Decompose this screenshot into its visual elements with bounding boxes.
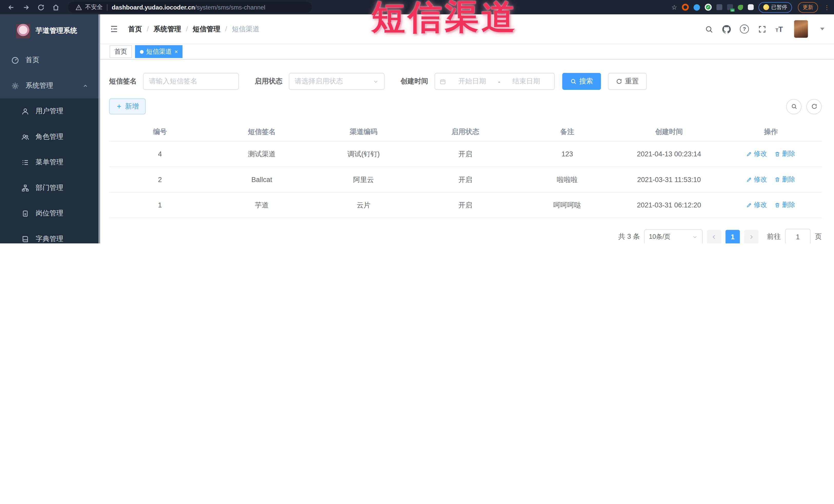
delete-button[interactable]: 删除 xyxy=(774,149,795,158)
back-icon[interactable] xyxy=(7,3,15,11)
breadcrumb-home[interactable]: 首页 xyxy=(128,24,142,34)
font-size-icon[interactable]: TT xyxy=(775,25,783,32)
browser-menu-icon[interactable]: ⋮ xyxy=(824,5,830,10)
search-form: 短信签名 请输入短信签名 启用状态 请选择启用状态 创建时间 开始日期 - 结束… xyxy=(109,73,822,90)
search-button[interactable]: 搜索 xyxy=(562,73,601,90)
chevron-right-icon xyxy=(748,234,754,240)
fullscreen-icon[interactable] xyxy=(758,25,767,33)
end-date: 结束日期 xyxy=(502,76,550,86)
goto-page-input[interactable] xyxy=(785,229,810,243)
sign-input[interactable]: 请输入短信签名 xyxy=(143,73,239,90)
address-bar[interactable]: 不安全 dashboard.yudao.iocoder.cn/system/sm… xyxy=(68,2,312,13)
refresh-table-button[interactable] xyxy=(806,98,822,114)
chevron-down-icon xyxy=(692,234,698,240)
sidebar-scrollbar[interactable] xyxy=(98,14,100,243)
users-icon xyxy=(21,133,29,141)
delete-button[interactable]: 删除 xyxy=(774,175,795,184)
url-host: dashboard.yudao.iocoder.cn xyxy=(112,4,195,10)
extension-check-icon[interactable]: ✓ xyxy=(705,4,711,11)
delete-button[interactable]: 删除 xyxy=(774,200,795,210)
app-logo[interactable]: 芋道管理系统 xyxy=(0,14,100,47)
start-date: 开始日期 xyxy=(448,76,496,86)
page-unit: 页 xyxy=(815,232,822,241)
annotation-overlay: 短信渠道 xyxy=(371,0,518,37)
search-icon[interactable] xyxy=(705,25,713,33)
table-row: 4 测试渠道 调试(钉钉) 开启 123 2021-04-13 00:23:14… xyxy=(109,141,822,167)
reload-icon[interactable] xyxy=(37,3,45,11)
app-title: 芋道管理系统 xyxy=(36,26,77,36)
add-button[interactable]: 新增 xyxy=(109,98,146,114)
breadcrumb-sms[interactable]: 短信管理 xyxy=(193,24,220,34)
paused-badge[interactable]: 已暂停 xyxy=(759,2,792,12)
page-number-active[interactable]: 1 xyxy=(725,229,740,243)
user-icon xyxy=(21,107,29,115)
table-row: 2 Ballcat 阿里云 开启 啦啦啦 2021-03-31 11:53:10… xyxy=(109,167,822,193)
extension-leaf-icon[interactable] xyxy=(738,5,743,10)
reset-button[interactable]: 重置 xyxy=(608,73,646,90)
col-code: 渠道编码 xyxy=(313,127,415,137)
col-id: 编号 xyxy=(109,127,211,137)
extension-drop-icon[interactable] xyxy=(694,4,700,10)
breadcrumb-system[interactable]: 系统管理 xyxy=(154,24,181,34)
edit-button[interactable]: 修改 xyxy=(746,200,767,210)
trash-icon xyxy=(774,202,780,208)
sidebar-item-departments[interactable]: 部门管理 xyxy=(0,175,100,200)
sidebar-item-dict[interactable]: 字典管理 xyxy=(0,226,100,243)
security-label[interactable]: 不安全 xyxy=(85,3,103,11)
sidebar-item-home[interactable]: 首页 xyxy=(0,47,100,73)
goto-label: 前往 xyxy=(767,232,781,241)
sidebar-item-menus[interactable]: 菜单管理 xyxy=(0,149,100,175)
toggle-search-button[interactable] xyxy=(786,98,802,114)
refresh-icon xyxy=(616,78,622,85)
next-page-button[interactable] xyxy=(744,229,759,243)
extensions-puzzle-icon[interactable] xyxy=(748,4,754,10)
page-size-select[interactable]: 10条/页 xyxy=(644,229,703,243)
help-icon[interactable]: ? xyxy=(740,24,749,34)
edit-icon xyxy=(746,202,752,208)
update-button[interactable]: 更新 xyxy=(798,2,818,12)
date-range-picker[interactable]: 开始日期 - 结束日期 xyxy=(435,73,555,90)
edit-icon xyxy=(746,177,752,182)
col-remark: 备注 xyxy=(516,127,618,137)
logo-image xyxy=(16,24,30,38)
tab-home[interactable]: 首页 xyxy=(110,45,132,58)
sidebar-item-roles[interactable]: 角色管理 xyxy=(0,124,100,149)
extension-proxy-icon[interactable]: on xyxy=(727,4,733,10)
home-icon[interactable] xyxy=(52,3,60,11)
sidebar-fold-icon[interactable] xyxy=(110,24,118,34)
menu-list-icon xyxy=(21,158,29,166)
col-status: 启用状态 xyxy=(415,127,517,137)
breadcrumb: 首页 / 系统管理 / 短信管理 / 短信渠道 xyxy=(128,24,260,34)
dictionary-icon xyxy=(21,235,29,243)
screenshot-stage: 不安全 dashboard.yudao.iocoder.cn/system/sm… xyxy=(0,0,834,243)
search-icon xyxy=(791,103,797,110)
extension-ring-icon[interactable] xyxy=(682,4,689,11)
address-divider xyxy=(107,4,107,10)
tab-sms-channel[interactable]: 短信渠道× xyxy=(135,45,182,58)
sidebar-item-system[interactable]: 系统管理 xyxy=(0,73,100,98)
table-toolbar: 新增 xyxy=(109,98,822,114)
breadcrumb-current: 短信渠道 xyxy=(232,24,260,34)
range-separator: - xyxy=(498,77,500,85)
edit-button[interactable]: 修改 xyxy=(746,175,767,184)
bookmark-star-icon[interactable]: ☆ xyxy=(671,3,677,11)
url-path: /system/sms/sms-channel xyxy=(195,4,265,10)
prev-page-button[interactable] xyxy=(707,229,721,243)
trash-icon xyxy=(774,151,780,157)
edit-button[interactable]: 修改 xyxy=(746,149,767,158)
extension-gray-icon[interactable] xyxy=(717,4,722,10)
close-icon[interactable]: × xyxy=(175,49,178,55)
status-select[interactable]: 请选择启用状态 xyxy=(289,73,385,90)
sign-label: 短信签名 xyxy=(109,76,137,86)
col-actions: 操作 xyxy=(720,127,822,137)
table-row: 1 芋道 云片 开启 呵呵呵哒 2021-03-31 06:12:20 修改 删… xyxy=(109,193,822,218)
sidebar-item-posts[interactable]: 岗位管理 xyxy=(0,200,100,226)
forward-icon[interactable] xyxy=(22,3,30,11)
gear-icon xyxy=(11,82,19,90)
plus-icon xyxy=(116,103,123,110)
github-icon[interactable] xyxy=(722,25,731,33)
edit-icon xyxy=(746,151,752,157)
sidebar-item-users[interactable]: 用户管理 xyxy=(0,98,100,124)
avatar-caret-icon[interactable] xyxy=(820,28,825,30)
avatar[interactable] xyxy=(794,20,808,38)
